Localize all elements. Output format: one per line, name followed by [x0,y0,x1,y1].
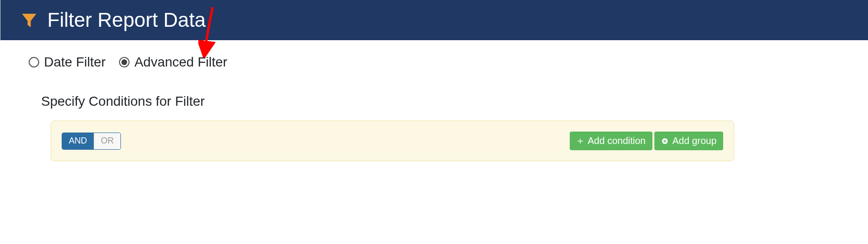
plus-icon [576,137,584,145]
section-heading: Specify Conditions for Filter [41,94,839,109]
radio-selected-dot [121,59,127,65]
add-condition-button[interactable]: Add condition [570,132,652,150]
radio-icon [29,57,39,67]
radio-advanced-filter[interactable]: Advanced Filter [119,55,228,70]
radio-icon [119,57,130,67]
radio-label: Advanced Filter [134,55,228,70]
funnel-icon [20,11,39,30]
content-area: Date Filter Advanced Filter Specify Cond… [0,40,868,161]
radio-date-filter[interactable]: Date Filter [29,55,106,70]
and-toggle[interactable]: AND [62,133,94,149]
add-group-button[interactable]: Add group [654,132,723,150]
and-or-toggle: AND OR [62,133,121,150]
panel-actions: Add condition Add group [570,132,724,150]
page-title: Filter Report Data [47,9,206,32]
or-toggle[interactable]: OR [94,133,120,149]
button-label: Add condition [588,135,646,146]
page-header: Filter Report Data [0,0,868,40]
plus-circle-icon [661,137,669,145]
radio-label: Date Filter [44,55,106,70]
button-label: Add group [673,135,716,146]
filter-mode-radios: Date Filter Advanced Filter [29,55,839,70]
condition-panel: AND OR Add condition Add group [51,121,734,161]
